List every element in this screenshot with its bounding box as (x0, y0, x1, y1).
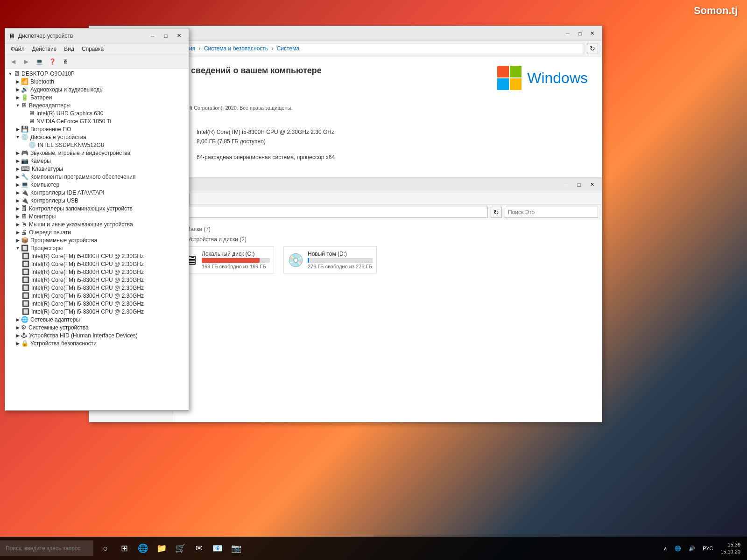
quick-access-section-title[interactable]: ▶ Папки (7) (181, 226, 594, 232)
audio-label: Аудиовходы и аудиовыходы (30, 86, 187, 93)
drive-d[interactable]: 💿 Новый том (D:) 276 ГБ свободно из 276 … (283, 246, 377, 273)
tree-item-builtin[interactable]: ▶ 💾 Встроенное ПО (6, 125, 188, 133)
taskbar-datetime: 15:39 15.10.20 (720, 541, 740, 556)
sys-maximize-button[interactable]: □ (574, 28, 586, 39)
tree-item-audio[interactable]: ▶ 🔊 Аудиовходы и аудиовыходы (6, 85, 188, 93)
disk-icon: 💿 (21, 133, 28, 140)
tree-item-intel-gpu[interactable]: 🖥 Intel(R) UHD Graphics 630 (6, 109, 188, 117)
tree-item-security[interactable]: ▶ 🔒 Устройства безопасности (6, 339, 188, 347)
tree-item-cpu6[interactable]: 🔲 Intel(R) Core(TM) i5-8300H CPU @ 2.30G… (6, 292, 188, 300)
tree-item-disk[interactable]: ▼ 💿 Дисковые устройства (6, 133, 188, 141)
computer-icon-btn[interactable]: 💻 (33, 56, 45, 67)
network-toggle: ▶ (14, 317, 21, 322)
sys-close-button[interactable]: ✕ (586, 28, 598, 39)
explorer-minimize[interactable]: ─ (560, 180, 572, 190)
taskbar-systray[interactable]: ∧ (661, 544, 670, 553)
cpu2-icon: 🔲 (22, 260, 29, 267)
tree-item-cpu4[interactable]: 🔲 Intel(R) Core(TM) i5-8300H CPU @ 2.30G… (6, 276, 188, 284)
tree-item-processors[interactable]: ▼ 🔲 Процессоры (6, 244, 188, 252)
tree-item-ssd[interactable]: 💿 INTEL SSDPEKNW512G8 (6, 141, 188, 149)
tree-item-keyboard[interactable]: ▶ ⌨ Клавиатуры (6, 165, 188, 173)
tree-item-storage[interactable]: ▶ 🗄 Контроллеры запоминающих устройств (6, 204, 188, 212)
tree-item-mice[interactable]: ▶ 🖱 Мыши и иные указывающие устройства (6, 220, 188, 228)
forward-button[interactable]: ▶ (20, 56, 32, 67)
tree-item-cpu2[interactable]: 🔲 Intel(R) Core(TM) i5-8300H CPU @ 2.30G… (6, 260, 188, 268)
back-button[interactable]: ◀ (7, 56, 19, 67)
refresh-button[interactable]: ↻ (587, 43, 598, 54)
taskbar-volume-icon[interactable]: 🔊 (686, 544, 698, 553)
tree-item-software[interactable]: ▶ 🔧 Компоненты программного обеспечения (6, 173, 188, 181)
menu-action[interactable]: Действие (28, 44, 61, 54)
tree-item-hid[interactable]: ▶ 🕹 Устройства HID (Human Interface Devi… (6, 331, 188, 339)
taskbar-search[interactable] (0, 540, 93, 556)
taskbar-edge[interactable]: 🌐 (134, 540, 151, 557)
flag-green (510, 66, 521, 77)
taskbar-store[interactable]: 🛒 (172, 540, 189, 557)
tree-item-usb[interactable]: ▶ 🔌 Контроллеры USB (6, 196, 188, 204)
taskbar-explorer[interactable]: 📁 (153, 540, 170, 557)
tree-item-cpu1[interactable]: 🔲 Intel(R) Core(TM) i5-8300H CPU @ 2.30G… (6, 252, 188, 260)
menu-file[interactable]: Файл (7, 44, 28, 54)
system-dev-icon: ⚙ (21, 324, 27, 331)
tree-item-monitors[interactable]: ▶ 🖥 Мониторы (6, 212, 188, 220)
taskbar-cortana[interactable]: ○ (97, 540, 114, 557)
tree-item-cpu7[interactable]: 🔲 Intel(R) Core(TM) i5-8300H CPU @ 2.30G… (6, 300, 188, 308)
software-dev-icon: 📦 (21, 237, 28, 244)
usb-label: Контроллеры USB (30, 197, 187, 204)
taskbar-network-icon[interactable]: 🌐 (672, 544, 684, 553)
explorer-maximize[interactable]: □ (573, 180, 585, 190)
tree-item-camera[interactable]: ▶ 📷 Камеры (6, 157, 188, 165)
tree-item-system-dev[interactable]: ▶ ⚙ Системные устройства (6, 323, 188, 331)
taskbar-mail[interactable]: ✉ (190, 540, 207, 557)
close-button[interactable]: ✕ (173, 31, 185, 41)
explorer-close[interactable]: ✕ (586, 180, 598, 190)
tree-item-battery[interactable]: ▶ 🔋 Батареи (6, 93, 188, 101)
minimize-button[interactable]: ─ (147, 31, 159, 41)
processors-toggle: ▼ (14, 246, 21, 251)
print-icon: 🖨 (21, 229, 27, 236)
explorer-search-input[interactable] (505, 207, 598, 218)
tree-item-computer[interactable]: ▶ 💻 Компьютер (6, 181, 188, 189)
drive-d-info: Новый том (D:) 276 ГБ свободно из 276 ГБ (308, 251, 373, 269)
tree-item-cpu8[interactable]: 🔲 Intel(R) Core(TM) i5-8300H CPU @ 2.30G… (6, 308, 188, 315)
taskbar-task-view[interactable]: ⊞ (116, 540, 133, 557)
help-icon-btn[interactable]: ❓ (46, 56, 58, 67)
breadcrumb-system[interactable]: Система (277, 45, 299, 52)
cpu1-label: Intel(R) Core(TM) i5-8300H CPU @ 2.30GHz (31, 253, 187, 259)
battery-label: Батареи (30, 94, 187, 101)
tree-item-nvidia[interactable]: 🖥 NVIDIA GeForce GTX 1050 Ti (6, 117, 188, 125)
tree-item-cpu3[interactable]: 🔲 Intel(R) Core(TM) i5-8300H CPU @ 2.30G… (6, 268, 188, 276)
toolbar-btn-5[interactable]: 🖥 (59, 56, 71, 67)
taskbar-clock[interactable]: 15:39 15.10.20 (718, 539, 743, 558)
usb-icon: 🔌 (21, 197, 28, 204)
breadcrumb-security[interactable]: Система и безопасность (204, 45, 268, 52)
tree-item-sound[interactable]: ▶ 🎮 Звуковые, игровые и видеоустройства (6, 149, 188, 157)
menu-help[interactable]: Справка (78, 44, 107, 54)
system-dev-toggle: ▶ (14, 325, 21, 330)
software-icon: 🔧 (21, 173, 28, 180)
device-manager-titlebar[interactable]: 🖥 Диспетчер устройств ─ □ ✕ (5, 28, 189, 43)
taskbar-time: 15:39 (720, 541, 740, 548)
taskbar-lang[interactable]: РУС (700, 544, 716, 553)
tree-item-software-dev[interactable]: ▶ 📦 Программные устройства (6, 236, 188, 244)
tree-item-video[interactable]: ▼ 🖥 Видеоадаптеры (6, 101, 188, 109)
network-icon: 🌐 (21, 316, 28, 323)
menu-view[interactable]: Вид (60, 44, 78, 54)
drive-c[interactable]: 🖥 Локальный диск (C:) 169 ГБ свободно из… (181, 246, 274, 273)
print-label: Очереди печати (29, 229, 187, 236)
tree-item-cpu5[interactable]: 🔲 Intel(R) Core(TM) i5-8300H CPU @ 2.30G… (6, 284, 188, 292)
cpu5-label: Intel(R) Core(TM) i5-8300H CPU @ 2.30GHz (31, 285, 187, 291)
tree-item-network[interactable]: ▶ 🌐 Сетевые адаптеры (6, 315, 188, 323)
tree-root[interactable]: ▼ 🖥 DESKTOP-O9OJ10P (6, 70, 188, 77)
address-bar[interactable]: Панель управления › Система и безопаснос… (141, 43, 583, 54)
tree-item-ide[interactable]: ▶ 🔌 Контроллеры IDE ATA/ATAPI (6, 189, 188, 196)
tree-item-bluetooth[interactable]: ▶ 📶 Bluetooth (6, 77, 188, 85)
drives-section-title[interactable]: ▼ Устройства и диски (2) (181, 236, 594, 243)
explorer-refresh[interactable]: ↻ (491, 207, 502, 218)
sys-minimize-button[interactable]: ─ (562, 28, 574, 39)
maximize-button[interactable]: □ (160, 31, 172, 41)
taskbar-app7[interactable]: 📷 (228, 540, 245, 557)
taskbar-outlook[interactable]: 📧 (209, 540, 226, 557)
sound-icon: 🎮 (21, 149, 28, 156)
tree-item-print[interactable]: ▶ 🖨 Очереди печати (6, 228, 188, 236)
